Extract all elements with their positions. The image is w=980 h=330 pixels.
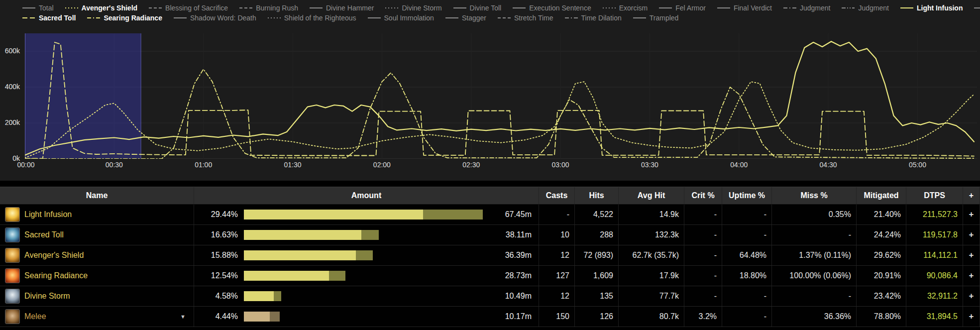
expand-caret-icon[interactable]: ▼ bbox=[180, 314, 186, 320]
light-infusion-icon[interactable] bbox=[5, 207, 20, 222]
legend-line-sample-icon bbox=[87, 15, 101, 20]
amount-value: 36.39m bbox=[484, 251, 539, 260]
legend-item-label: Stagger bbox=[462, 14, 486, 22]
row-add-filter-button[interactable]: + bbox=[969, 230, 974, 240]
amount-bar-unmitigated bbox=[244, 230, 361, 240]
legend-row-1: TotalAvenger's ShieldBlessing of Sacrifi… bbox=[22, 3, 980, 13]
ability-name-link[interactable]: Sacred Toll bbox=[24, 230, 64, 239]
column-header-miss[interactable]: Miss % bbox=[772, 187, 857, 204]
legend-item-shadow-word-death[interactable]: Shadow Word: Death bbox=[173, 14, 256, 22]
legend-item-total[interactable]: Total bbox=[22, 4, 54, 12]
amount-bar-mitigated bbox=[270, 312, 280, 322]
column-header-name[interactable]: Name bbox=[0, 187, 194, 204]
legend-item-divine-hammer[interactable]: Divine Hammer bbox=[309, 4, 374, 12]
cell-dtps: 211,527.3 bbox=[906, 205, 963, 224]
ability-name-link[interactable]: Melee bbox=[24, 312, 46, 321]
x-tick-label: 02:30 bbox=[455, 161, 487, 169]
legend-line-sample-icon bbox=[564, 15, 578, 20]
column-header-uptime[interactable]: Uptime % bbox=[722, 187, 772, 204]
ability-name-link[interactable]: Searing Radiance bbox=[24, 271, 88, 280]
cell-uptime: 64.48% bbox=[722, 245, 772, 265]
melee-icon[interactable] bbox=[5, 309, 20, 324]
amount-bar bbox=[244, 250, 484, 260]
legend-item-label: Light Infusion bbox=[917, 4, 963, 12]
cell-name: Melee▼ bbox=[0, 307, 194, 327]
series-line-avenger-s-shield bbox=[25, 82, 974, 158]
legend-item-fel-armor[interactable]: Fel Armor bbox=[658, 4, 706, 12]
ability-name-link[interactable]: Light Infusion bbox=[24, 210, 72, 219]
legend-item-label: Trampled bbox=[650, 14, 679, 22]
column-header-mitigated[interactable]: Mitigated bbox=[857, 187, 906, 204]
legend-item-exorcism[interactable]: Exorcism bbox=[602, 4, 648, 12]
cell-crit: 3.2% bbox=[684, 307, 722, 327]
sacred-toll-icon[interactable] bbox=[5, 227, 20, 242]
legend-item-divine-toll[interactable]: Divine Toll bbox=[453, 4, 502, 12]
row-add-filter-button[interactable]: + bbox=[969, 291, 974, 301]
ability-name-link[interactable]: Divine Storm bbox=[24, 292, 70, 301]
legend-item-shield-of-the-righteous[interactable]: Shield of the Righteous bbox=[267, 14, 356, 22]
legend-line-sample-icon bbox=[173, 15, 187, 20]
table-row: Searing Radiance12.54%28.73m1271,60917.9… bbox=[0, 266, 980, 286]
legend-item-soul-immolation[interactable]: Soul Immolation bbox=[367, 14, 434, 22]
row-add-filter-button[interactable]: + bbox=[969, 271, 974, 281]
legend-line-sample-icon bbox=[65, 5, 79, 10]
legend-item-label: Blessing of Sacrifice bbox=[165, 4, 228, 12]
x-tick-label: 05:00 bbox=[901, 161, 933, 169]
legend-item-label: Total bbox=[39, 4, 54, 12]
legend-item-divine-storm[interactable]: Divine Storm bbox=[385, 4, 441, 12]
cell-dtps: 90,086.4 bbox=[906, 266, 963, 286]
legend-line-sample-icon bbox=[453, 5, 467, 10]
legend-item-blessing-of-sacrifice[interactable]: Blessing of Sacrifice bbox=[148, 4, 228, 12]
cell-uptime: - bbox=[722, 286, 772, 306]
table-row: Avenger's Shield15.88%36.39m1272 (893)62… bbox=[0, 245, 980, 266]
amount-bar-unmitigated bbox=[244, 271, 329, 281]
searing-radiance-icon[interactable] bbox=[5, 268, 20, 283]
legend-item-burning-rush[interactable]: Burning Rush bbox=[239, 4, 298, 12]
row-add-filter-button[interactable]: + bbox=[969, 250, 974, 260]
legend-item-stretch-time[interactable]: Stretch Time bbox=[497, 14, 553, 22]
cell-miss: 100.00% (0.06%) bbox=[772, 266, 857, 286]
legend-item-final-verdict[interactable]: Final Verdict bbox=[717, 4, 772, 12]
cell-plus: + bbox=[963, 225, 980, 245]
cell-crit: - bbox=[684, 225, 722, 245]
legend-line-sample-icon bbox=[148, 5, 162, 10]
column-header-plus[interactable]: + bbox=[963, 187, 980, 204]
cell-miss: 1.37% (0.11%) bbox=[772, 245, 857, 265]
column-header-crit[interactable]: Crit % bbox=[684, 187, 722, 204]
legend-item-judgment[interactable]: Judgment bbox=[783, 4, 830, 12]
amount-bar-mitigated bbox=[356, 250, 373, 260]
chart-plot-area[interactable] bbox=[25, 33, 977, 159]
legend-item-time-dilation[interactable]: Time Dilation bbox=[564, 14, 622, 22]
legend-item-judgment[interactable]: Judgment bbox=[841, 4, 888, 12]
row-add-filter-button[interactable]: + bbox=[969, 210, 974, 220]
legend-item-stagger[interactable]: Stagger bbox=[445, 14, 486, 22]
legend-item-label: Searing Radiance bbox=[104, 14, 162, 22]
legend-line-sample-icon bbox=[783, 5, 797, 10]
cell-mitigated: 24.24% bbox=[857, 225, 906, 245]
ability-name-link[interactable]: Avenger's Shield bbox=[24, 251, 84, 260]
cell-amount: 29.44%67.45m bbox=[194, 205, 539, 224]
row-add-filter-button[interactable]: + bbox=[969, 312, 974, 322]
cell-crit: - bbox=[684, 245, 722, 265]
column-header-hits[interactable]: Hits bbox=[575, 187, 619, 204]
legend-item-label: Final Verdict bbox=[734, 4, 772, 12]
legend-item-label: Avenger's Shield bbox=[82, 4, 138, 12]
legend-item-execution-sentence[interactable]: Execution Sentence bbox=[512, 4, 591, 12]
legend-item-label: Divine Toll bbox=[470, 4, 502, 12]
legend-item-label: Burning Rush bbox=[256, 4, 298, 12]
divine-storm-icon[interactable] bbox=[5, 289, 20, 304]
column-header-avg_hit[interactable]: Avg Hit bbox=[619, 187, 684, 204]
column-header-amount[interactable]: Amount bbox=[194, 187, 539, 204]
column-header-casts[interactable]: Casts bbox=[539, 187, 575, 204]
dtps-line-chart[interactable] bbox=[25, 33, 977, 159]
legend-item-sacred-toll[interactable]: Sacred Toll bbox=[22, 14, 76, 22]
legend-item-trampled[interactable]: Trampled bbox=[633, 14, 679, 22]
cell-plus: + bbox=[963, 245, 980, 265]
column-header-dtps[interactable]: DTPS bbox=[906, 187, 963, 204]
legend-item-searing-radiance[interactable]: Searing Radiance bbox=[87, 14, 162, 22]
avengers-shield-icon[interactable] bbox=[5, 248, 20, 263]
x-tick-label: 01:30 bbox=[277, 161, 309, 169]
legend-item-light-infusion[interactable]: Light Infusion bbox=[900, 4, 963, 12]
legend-item-melee[interactable]: Melee bbox=[974, 4, 980, 12]
legend-item-avenger-s-shield[interactable]: Avenger's Shield bbox=[65, 4, 138, 12]
